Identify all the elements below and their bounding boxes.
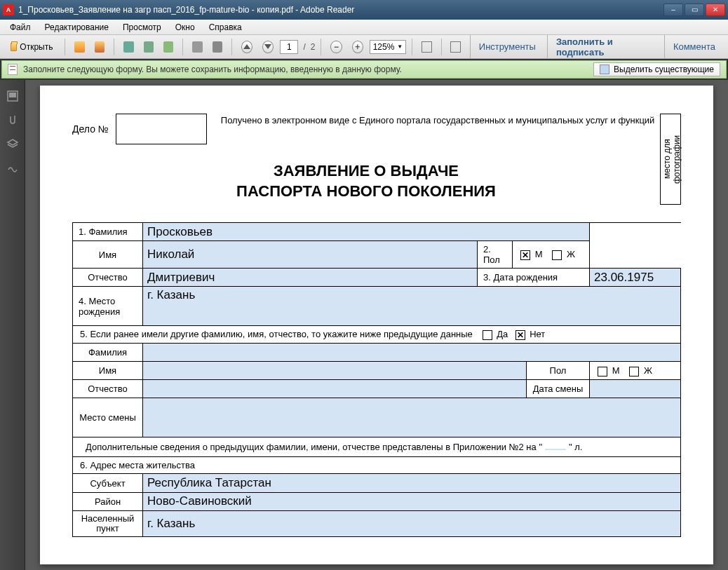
name-field[interactable]: Николай xyxy=(143,241,478,269)
district-label: Район xyxy=(73,492,143,510)
upload-icon xyxy=(163,41,173,53)
page-sep: / xyxy=(303,42,305,52)
subject-label: Субъект xyxy=(73,474,143,492)
prev-name-label: Имя xyxy=(73,362,143,380)
sex-field: М Ж xyxy=(513,241,590,269)
highlight-label: Выделить существующие xyxy=(614,65,714,74)
layers-button[interactable] xyxy=(5,136,20,151)
prev-patronymic-label: Отчество xyxy=(73,380,143,398)
document-area[interactable]: Дело № Получено в электронном виде с Еди… xyxy=(25,80,728,570)
create-pdf-button[interactable] xyxy=(71,39,88,55)
arrow-up-icon xyxy=(241,41,252,53)
name-label: Имя xyxy=(73,241,143,269)
highlight-icon xyxy=(600,65,609,74)
menu-window[interactable]: Окно xyxy=(168,21,202,34)
menu-file[interactable]: Файл xyxy=(3,21,38,34)
zoom-out-button[interactable]: − xyxy=(327,39,345,55)
save-button[interactable] xyxy=(120,39,137,55)
pdf-icon: A xyxy=(3,4,14,15)
birthplace-field[interactable]: г. Казань xyxy=(143,287,681,326)
print-icon xyxy=(192,41,202,53)
page-total: 2 xyxy=(311,42,316,52)
dob-field[interactable]: 23.06.1975 xyxy=(590,269,681,287)
menu-view[interactable]: Просмотр xyxy=(116,21,168,34)
address-section-label: 6. Адрес места жительства xyxy=(72,457,681,474)
thumbnails-button[interactable] xyxy=(5,88,20,104)
convert-button[interactable] xyxy=(91,39,108,55)
window-title: 1_Просковьев_Заявление на загр пасп_2016… xyxy=(18,5,663,15)
change-place-field[interactable] xyxy=(143,398,681,437)
arrow-down-icon xyxy=(262,41,274,53)
email-icon xyxy=(144,41,154,53)
folder-icon xyxy=(11,43,17,51)
zoom-in-button[interactable]: + xyxy=(349,39,367,55)
open-button[interactable]: Открыть xyxy=(4,39,59,55)
signature-icon xyxy=(6,161,19,174)
surname-field[interactable]: Просковьев xyxy=(143,223,590,241)
delo-field[interactable] xyxy=(116,114,207,144)
maximize-button[interactable]: ▭ xyxy=(685,4,704,16)
print2-button[interactable] xyxy=(209,39,226,55)
convert-icon xyxy=(95,41,105,53)
close-button[interactable]: ✕ xyxy=(706,4,725,16)
minus-icon: − xyxy=(330,41,342,53)
prev-patronymic-field[interactable] xyxy=(143,380,527,398)
change-place-label: Место смены xyxy=(73,398,143,437)
thumbnails-icon xyxy=(6,90,19,102)
city-field[interactable]: г. Казань xyxy=(143,510,681,537)
photo-placeholder: место для фотографии xyxy=(660,114,681,205)
surname-label: 1. Фамилия xyxy=(73,223,143,241)
email-button[interactable] xyxy=(140,39,157,55)
open-label: Открыть xyxy=(20,42,53,52)
zoom-select[interactable]: 125%▼ xyxy=(370,40,406,54)
paperclip-icon xyxy=(6,114,19,126)
birthplace-label: 4. Место рождения xyxy=(73,287,143,326)
menu-help[interactable]: Справка xyxy=(202,21,249,34)
prev-yes-checkbox[interactable] xyxy=(483,330,492,340)
subject-field[interactable]: Республика Татарстан xyxy=(143,474,681,492)
layers-icon xyxy=(6,137,19,150)
fit-width-button[interactable] xyxy=(418,39,435,55)
prev-no-checkbox[interactable] xyxy=(515,330,525,340)
page-input[interactable] xyxy=(280,40,298,54)
plus-icon: + xyxy=(352,41,363,53)
sex-label: 2. Пол xyxy=(478,241,513,269)
change-date-label: Дата смены xyxy=(527,380,590,398)
sex-m-checkbox[interactable] xyxy=(520,250,530,260)
prev-surname-label: Фамилия xyxy=(73,344,143,362)
prev-names-question: 5. Если ранее имели другие фамилию, имя,… xyxy=(72,326,681,344)
appendix-pages-field[interactable] xyxy=(545,449,566,450)
delo-label: Дело № xyxy=(72,123,109,135)
city-label: Населенный пункт xyxy=(73,510,143,537)
district-field[interactable]: Ново-Савиновский xyxy=(143,492,681,510)
highlight-fields-button[interactable]: Выделить существующие xyxy=(593,62,720,76)
prev-sex-f-checkbox[interactable] xyxy=(629,367,639,376)
comment-panel-button[interactable]: Коммента xyxy=(664,35,724,58)
minimize-button[interactable]: – xyxy=(663,4,683,16)
prev-page-button[interactable] xyxy=(238,39,256,55)
read-mode-button[interactable] xyxy=(447,39,464,55)
prev-name-field[interactable] xyxy=(143,362,527,380)
patronymic-field[interactable]: Дмитриевич xyxy=(143,269,478,287)
attachments-button[interactable] xyxy=(5,112,20,128)
upload-button[interactable] xyxy=(160,39,177,55)
prev-sex-m-checkbox[interactable] xyxy=(598,367,607,376)
form-info-text: Заполните следующую форму. Вы можете сох… xyxy=(23,65,593,74)
appendix-note: Дополнительные сведения о предыдущих фам… xyxy=(72,437,681,457)
signatures-button[interactable] xyxy=(5,160,20,175)
prev-sex-field: М Ж xyxy=(590,362,681,380)
change-date-field[interactable] xyxy=(590,380,681,398)
patronymic-label: Отчество xyxy=(73,269,143,287)
menu-edit[interactable]: Редактирование xyxy=(38,21,116,34)
window-titlebar: A 1_Просковьев_Заявление на загр пасп_20… xyxy=(0,0,728,20)
form-info-bar: Заполните следующую форму. Вы можете сох… xyxy=(1,60,727,79)
prev-surname-field[interactable] xyxy=(143,344,681,362)
toolbar: Открыть / 2 − + 125%▼ Инструменты Заполн… xyxy=(0,35,728,59)
sex-f-checkbox[interactable] xyxy=(552,250,562,260)
print-button[interactable] xyxy=(189,39,205,55)
tools-panel-button[interactable]: Инструменты xyxy=(470,35,544,58)
pdf-page: Дело № Получено в электронном виде с Еди… xyxy=(40,86,713,564)
next-page-button[interactable] xyxy=(259,39,277,55)
fill-sign-panel-button[interactable]: Заполнить и подписать xyxy=(547,35,661,58)
read-icon xyxy=(450,41,460,53)
